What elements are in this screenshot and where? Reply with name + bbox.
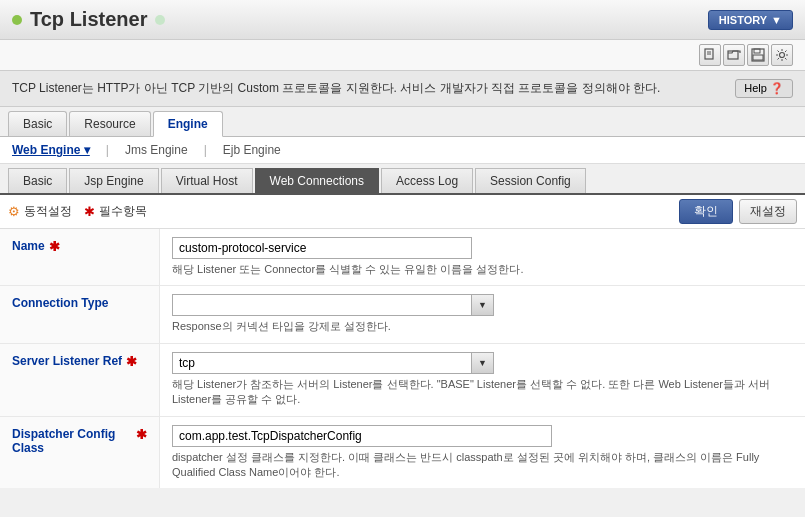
page-title: Tcp Listener	[12, 8, 165, 31]
action-bar: ⚙ 동적설정 ✱ 필수항목 확인 재설정	[0, 195, 805, 229]
name-desc: 해당 Listener 또는 Connector를 식별할 수 있는 유일한 이…	[172, 262, 793, 277]
toolbar-icons-bar	[0, 40, 805, 70]
connection-type-desc: Response의 커넥션 타입을 강제로 설정한다.	[172, 319, 793, 334]
sub-tab-jms-engine[interactable]: Jms Engine	[121, 141, 192, 159]
help-button[interactable]: Help ❓	[735, 79, 793, 98]
form-content-server-listener-ref: tcp ▼ 해당 Listener가 참조하는 서버의 Listener를 선택…	[160, 344, 805, 416]
required-label: 필수항목	[99, 203, 147, 220]
svg-point-7	[780, 53, 785, 58]
toolbar-icon-2[interactable]	[723, 44, 745, 66]
server-listener-ref-select[interactable]: tcp	[172, 352, 472, 374]
description-box: TCP Listener는 HTTP가 아닌 TCP 기반의 Custom 프로…	[0, 70, 805, 107]
connection-type-arrow[interactable]: ▼	[472, 294, 494, 316]
name-input[interactable]	[172, 237, 472, 259]
status-dot-2	[155, 15, 165, 25]
confirm-button[interactable]: 확인	[679, 199, 733, 224]
gear-icon: ⚙	[8, 204, 20, 219]
inner-tab-access-log[interactable]: Access Log	[381, 168, 473, 193]
toolbar-icon-1[interactable]	[699, 44, 721, 66]
required-star-server: ✱	[126, 354, 137, 369]
form-content-name: 해당 Listener 또는 Connector를 식별할 수 있는 유일한 이…	[160, 229, 805, 285]
toolbar-icon-3[interactable]	[747, 44, 769, 66]
form-label-name: Name ✱	[0, 229, 160, 285]
inner-tab-basic[interactable]: Basic	[8, 168, 67, 193]
inner-tab-web-connections[interactable]: Web Connections	[255, 168, 380, 193]
form-row-name: Name ✱ 해당 Listener 또는 Connector를 식별할 수 있…	[0, 229, 805, 286]
server-listener-select-container: tcp ▼	[172, 352, 793, 374]
dynamic-setting-label: 동적설정	[24, 203, 72, 220]
form-row-dispatcher-config: Dispatcher Config Class ✱ dispatcher 설정 …	[0, 417, 805, 489]
inner-tab-virtual-host[interactable]: Virtual Host	[161, 168, 253, 193]
inner-tab-session-config[interactable]: Session Config	[475, 168, 586, 193]
connection-type-select[interactable]	[172, 294, 472, 316]
toolbar-icon-4[interactable]	[771, 44, 793, 66]
status-dot	[12, 15, 22, 25]
main-tabs-bar: Basic Resource Engine	[0, 107, 805, 137]
history-button[interactable]: HISTORY ▼	[708, 10, 793, 30]
server-listener-ref-arrow[interactable]: ▼	[472, 352, 494, 374]
form-row-server-listener-ref: Server Listener Ref ✱ tcp ▼ 해당 Listener가…	[0, 344, 805, 417]
star-icon: ✱	[84, 204, 95, 219]
sub-tabs-bar: Web Engine ▾ | Jms Engine | Ejb Engine	[0, 137, 805, 164]
required-star-name: ✱	[49, 239, 60, 254]
form-row-connection-type: Connection Type ▼ Response의 커넥션 타입을 강제로 …	[0, 286, 805, 343]
svg-rect-6	[753, 55, 763, 60]
action-bar-left: ⚙ 동적설정 ✱ 필수항목	[8, 203, 147, 220]
dynamic-setting-item[interactable]: ⚙ 동적설정	[8, 203, 72, 220]
tab-basic[interactable]: Basic	[8, 111, 67, 136]
connection-type-select-container: ▼	[172, 294, 793, 316]
description-text: TCP Listener는 HTTP가 아닌 TCP 기반의 Custom 프로…	[12, 79, 660, 97]
server-listener-ref-desc: 해당 Listener가 참조하는 서버의 Listener를 선택한다. "B…	[172, 377, 793, 408]
dispatcher-config-input[interactable]	[172, 425, 552, 447]
sub-tab-web-engine[interactable]: Web Engine ▾	[8, 141, 94, 159]
reset-button[interactable]: 재설정	[739, 199, 797, 224]
required-star-dispatcher: ✱	[136, 427, 147, 442]
inner-tabs-bar: Basic Jsp Engine Virtual Host Web Connec…	[0, 164, 805, 195]
form-content-connection-type: ▼ Response의 커넥션 타입을 강제로 설정한다.	[160, 286, 805, 342]
sub-tab-ejb-engine[interactable]: Ejb Engine	[219, 141, 285, 159]
form-label-dispatcher-config: Dispatcher Config Class ✱	[0, 417, 160, 489]
dispatcher-config-desc: dispatcher 설정 클래스를 지정한다. 이때 클래스는 반드시 cla…	[172, 450, 793, 481]
form-label-connection-type: Connection Type	[0, 286, 160, 342]
required-item: ✱ 필수항목	[84, 203, 147, 220]
action-bar-right: 확인 재설정	[679, 199, 797, 224]
tab-resource[interactable]: Resource	[69, 111, 150, 136]
form-content-dispatcher-config: dispatcher 설정 클래스를 지정한다. 이때 클래스는 반드시 cla…	[160, 417, 805, 489]
form-area: Name ✱ 해당 Listener 또는 Connector를 식별할 수 있…	[0, 229, 805, 488]
inner-tab-jsp-engine[interactable]: Jsp Engine	[69, 168, 158, 193]
app-header: Tcp Listener HISTORY ▼	[0, 0, 805, 40]
tab-engine[interactable]: Engine	[153, 111, 223, 137]
form-label-server-listener-ref: Server Listener Ref ✱	[0, 344, 160, 416]
chevron-down-icon: ▼	[771, 14, 782, 26]
